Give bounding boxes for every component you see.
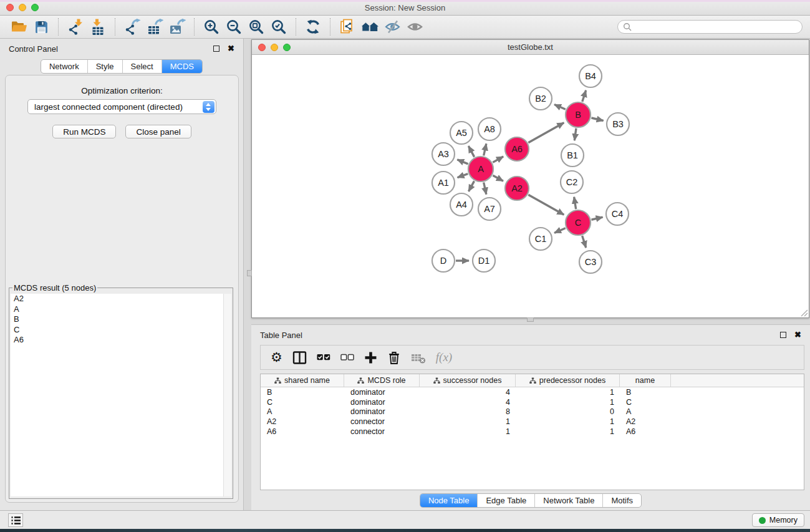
- hide-selection-button[interactable]: [381, 17, 403, 36]
- add-column-button[interactable]: [364, 348, 377, 367]
- graph-edge-B-B4[interactable]: [582, 90, 586, 102]
- apply-layout-button[interactable]: [302, 17, 324, 36]
- zoom-out-button[interactable]: [223, 17, 245, 36]
- export-image-button[interactable]: [166, 17, 188, 36]
- graph-node-B2[interactable]: B2: [529, 87, 552, 110]
- delete-table-button[interactable]: [411, 348, 426, 367]
- close-panel-button[interactable]: Close panel: [125, 125, 191, 138]
- graph-node-A1[interactable]: A1: [432, 172, 455, 194]
- graph-node-D[interactable]: D: [432, 249, 455, 272]
- mcds-result-item[interactable]: A: [11, 304, 231, 315]
- close-table-panel-icon[interactable]: ✖: [794, 332, 801, 338]
- window-resize-grip[interactable]: [799, 308, 808, 317]
- horizontal-splitter-handle[interactable]: [527, 317, 534, 322]
- zoom-in-button[interactable]: [200, 17, 223, 36]
- mcds-result-item[interactable]: C: [11, 325, 231, 336]
- mcds-result-item[interactable]: B: [11, 314, 231, 325]
- export-network-button[interactable]: [121, 17, 143, 36]
- table-settings-button[interactable]: ⚙: [271, 348, 282, 367]
- select-all-columns-button[interactable]: [317, 348, 330, 367]
- search-field[interactable]: [617, 20, 803, 34]
- mcds-result-item[interactable]: A2: [11, 294, 231, 304]
- mcds-result-item[interactable]: A6: [11, 335, 231, 346]
- graph-node-C1[interactable]: C1: [529, 228, 552, 250]
- graph-edge-A6-B[interactable]: [528, 123, 564, 143]
- graph-edge-C-C1[interactable]: [554, 228, 566, 233]
- graph-node-B[interactable]: B: [566, 102, 591, 127]
- search-input[interactable]: [635, 22, 797, 31]
- float-panel-icon[interactable]: [213, 46, 219, 52]
- import-table-button[interactable]: [87, 17, 109, 36]
- graph-edge-A-A2[interactable]: [493, 175, 503, 181]
- graph-edge-A-A1[interactable]: [458, 174, 468, 178]
- graph-edge-C-C3[interactable]: [582, 236, 586, 248]
- graph-edge-A-A5[interactable]: [468, 146, 474, 157]
- tab-network[interactable]: Network: [41, 60, 87, 73]
- column-header-shared-name[interactable]: shared name: [261, 374, 344, 387]
- column-header-successor-nodes[interactable]: successor nodes: [420, 374, 516, 387]
- graph-edge-A-A4[interactable]: [468, 181, 474, 191]
- tab-motifs[interactable]: Motifs: [602, 494, 641, 507]
- column-layout-button[interactable]: [292, 348, 307, 367]
- close-panel-icon[interactable]: ✖: [228, 46, 234, 52]
- tab-network-table[interactable]: Network Table: [534, 494, 602, 507]
- graph-node-B4[interactable]: B4: [579, 65, 602, 87]
- graph-node-C3[interactable]: C3: [579, 251, 602, 273]
- graph-edge-A-A7[interactable]: [484, 182, 486, 194]
- graph-edge-C-C2[interactable]: [574, 197, 576, 210]
- tab-style[interactable]: Style: [87, 60, 122, 73]
- graph-node-C[interactable]: C: [566, 210, 591, 235]
- network-from-file-button[interactable]: [336, 17, 359, 36]
- tab-node-table[interactable]: Node Table: [420, 494, 478, 507]
- graph-edge-B-B1[interactable]: [574, 128, 576, 140]
- graph-edge-A-A3[interactable]: [457, 160, 468, 164]
- graph-edge-C-C4[interactable]: [591, 217, 602, 220]
- graph-edge-A-A6[interactable]: [493, 157, 503, 162]
- tab-edge-table[interactable]: Edge Table: [477, 494, 534, 507]
- mcds-result-list[interactable]: A2ABCA6: [11, 294, 231, 496]
- graph-node-A7[interactable]: A7: [478, 198, 501, 220]
- graph-edge-B-B3[interactable]: [591, 118, 603, 121]
- tab-select[interactable]: Select: [122, 60, 162, 73]
- deselect-all-columns-button[interactable]: [340, 348, 354, 367]
- graph-node-A5[interactable]: A5: [450, 122, 473, 144]
- import-network-button[interactable]: [64, 17, 87, 36]
- zoom-selected-button[interactable]: [268, 17, 290, 36]
- table-row[interactable]: Bdominator41B: [261, 387, 804, 397]
- graph-node-B3[interactable]: B3: [607, 113, 629, 135]
- network-canvas[interactable]: B4B2BB3A5A8A6A3B1AA1C2A2A4A7C4CC1DD1C3: [252, 56, 809, 317]
- home-button[interactable]: [359, 17, 381, 36]
- float-table-panel-icon[interactable]: [780, 332, 786, 338]
- run-mcds-button[interactable]: Run MCDS: [52, 125, 116, 138]
- tab-mcds[interactable]: MCDS: [162, 60, 202, 73]
- result-scrollbar[interactable]: [223, 294, 231, 496]
- function-builder-button[interactable]: f(x): [436, 348, 452, 367]
- column-header-name[interactable]: name: [620, 374, 671, 387]
- graph-edge-B-B2[interactable]: [554, 105, 566, 110]
- memory-button[interactable]: Memory: [752, 513, 804, 527]
- graph-node-D1[interactable]: D1: [473, 249, 495, 272]
- graph-node-A3[interactable]: A3: [432, 143, 455, 165]
- graph-node-A8[interactable]: A8: [478, 118, 501, 140]
- task-history-button[interactable]: [8, 513, 23, 527]
- graph-node-B1[interactable]: B1: [561, 144, 584, 167]
- table-row[interactable]: Adominator80A: [261, 407, 804, 417]
- open-session-button[interactable]: [7, 17, 30, 36]
- optimization-criterion-select[interactable]: largest connected component (directed): [27, 99, 216, 114]
- graph-edge-A-A8[interactable]: [484, 143, 486, 155]
- graph-node-A6[interactable]: A6: [505, 137, 529, 161]
- export-table-button[interactable]: [143, 17, 166, 36]
- show-selection-button[interactable]: [403, 17, 426, 36]
- column-header-MCDS-role[interactable]: MCDS role: [344, 374, 420, 387]
- graph-node-A4[interactable]: A4: [450, 193, 473, 216]
- table-row[interactable]: A6connector11A6: [261, 427, 804, 437]
- graph-edge-A2-C[interactable]: [528, 195, 564, 215]
- graph-node-A2[interactable]: A2: [505, 177, 529, 200]
- graph-node-A[interactable]: A: [468, 157, 493, 181]
- graph-node-C2[interactable]: C2: [561, 171, 583, 193]
- vertical-splitter-handle[interactable]: [247, 270, 252, 276]
- graph-node-C4[interactable]: C4: [606, 203, 629, 225]
- table-row[interactable]: Cdominator41C: [261, 397, 804, 407]
- delete-column-button[interactable]: [387, 348, 401, 367]
- column-header-predecessor-nodes[interactable]: predecessor nodes: [516, 374, 620, 387]
